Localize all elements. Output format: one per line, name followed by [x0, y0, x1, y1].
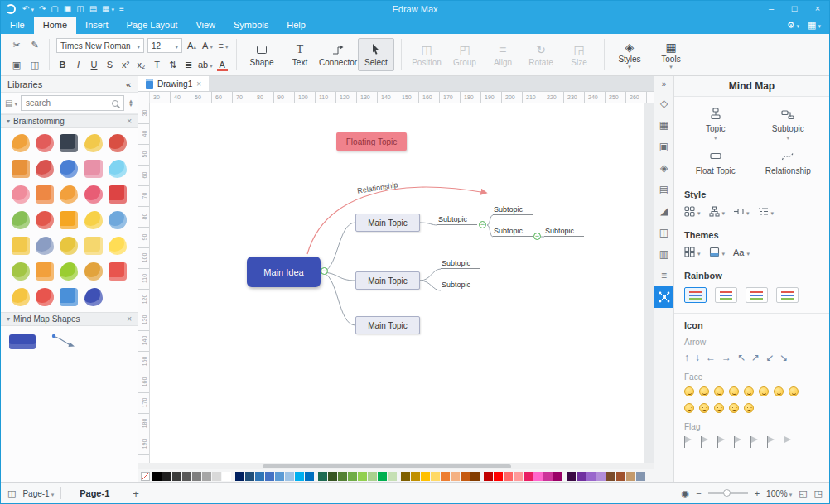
- search-icon[interactable]: [112, 100, 118, 107]
- subscript-button[interactable]: x₂: [135, 58, 147, 71]
- scrollbar-thumb[interactable]: [263, 464, 511, 468]
- main-idea-shape[interactable]: [9, 334, 36, 349]
- redo-icon[interactable]: ↷: [39, 4, 46, 13]
- arrow-icon[interactable]: ↑: [684, 352, 689, 363]
- add-page-button[interactable]: +: [128, 487, 144, 500]
- library-shape[interactable]: [12, 288, 30, 306]
- section-header-brainstorming[interactable]: ▾ Brainstorming ×: [1, 114, 138, 128]
- apps-grid-icon[interactable]: ▦: [808, 20, 821, 31]
- color-swatch[interactable]: [401, 472, 410, 481]
- layout-style-button[interactable]: [684, 206, 701, 217]
- kissing-face-icon[interactable]: [744, 403, 754, 413]
- color-swatch[interactable]: [567, 472, 576, 481]
- main-topic-node[interactable]: Main Topic: [355, 214, 420, 232]
- print-icon[interactable]: ▤: [89, 4, 97, 13]
- color-swatch[interactable]: [494, 472, 503, 481]
- library-shape[interactable]: [12, 211, 30, 229]
- symbol-library-panel-icon[interactable]: ▦: [654, 114, 674, 136]
- styles-button[interactable]: ◈ Styles ▾: [611, 38, 648, 71]
- format-painter-icon[interactable]: ✎: [27, 38, 42, 51]
- color-swatch[interactable]: [524, 472, 533, 481]
- arrow-icon[interactable]: ←: [706, 352, 716, 363]
- library-shape[interactable]: [109, 237, 127, 255]
- zoom-slider[interactable]: [708, 492, 748, 494]
- color-swatch[interactable]: [152, 472, 162, 481]
- color-swatch[interactable]: [285, 472, 294, 481]
- collapse-panel-icon[interactable]: «: [126, 79, 131, 89]
- page-tab[interactable]: Page-1: [68, 488, 121, 498]
- color-swatch[interactable]: [616, 472, 625, 481]
- color-swatch[interactable]: [421, 472, 430, 481]
- collapse-branch-handle[interactable]: −: [533, 233, 541, 240]
- numbering-style-button[interactable]: [758, 206, 775, 217]
- color-swatch[interactable]: [212, 472, 221, 481]
- color-swatch[interactable]: [275, 472, 284, 481]
- expand-panel-icon[interactable]: »: [662, 76, 667, 93]
- hamburger-menu-icon[interactable]: ≡: [119, 4, 124, 13]
- copy-icon[interactable]: ◫: [27, 58, 42, 71]
- line-spacing-button[interactable]: ⇅: [166, 58, 179, 71]
- new-document-icon[interactable]: ▢: [51, 4, 58, 13]
- color-swatch[interactable]: [202, 472, 211, 481]
- outline-panel-icon[interactable]: ≡: [654, 265, 674, 286]
- menu-item[interactable]: Page Layout: [118, 17, 187, 34]
- color-swatch[interactable]: [235, 472, 244, 481]
- color-swatch[interactable]: [461, 472, 470, 481]
- library-shape[interactable]: [60, 288, 78, 306]
- layers-panel-icon[interactable]: ◈: [654, 157, 674, 179]
- insert-subtopic-button[interactable]: Subtopic ▾: [752, 103, 825, 146]
- main-topic-node[interactable]: Main Topic: [355, 271, 420, 290]
- happy-face-icon[interactable]: [759, 386, 769, 396]
- rainbow-option[interactable]: [684, 287, 707, 303]
- flag-icon[interactable]: [684, 436, 692, 448]
- library-shape[interactable]: [60, 160, 78, 178]
- library-shape[interactable]: [60, 211, 78, 229]
- drawing-page[interactable]: Floating Topic Main Idea Main Topic Main…: [150, 103, 654, 463]
- text-style-button[interactable]: Ŧ: [151, 58, 163, 71]
- shape-tool-button[interactable]: Shape: [244, 38, 280, 71]
- color-swatch[interactable]: [577, 472, 586, 481]
- color-swatch[interactable]: [543, 472, 553, 481]
- color-swatch[interactable]: [368, 472, 377, 481]
- library-shape[interactable]: [36, 185, 54, 204]
- collapse-branch-handle[interactable]: −: [321, 267, 328, 275]
- menu-item[interactable]: Symbols: [224, 17, 277, 34]
- library-shape[interactable]: [36, 237, 54, 255]
- library-menu-icon[interactable]: ▤: [5, 98, 17, 108]
- pages-panel-icon[interactable]: ◫: [7, 488, 16, 499]
- library-shape[interactable]: [36, 288, 54, 306]
- color-swatch[interactable]: [172, 472, 181, 481]
- grinning-face-icon[interactable]: [744, 386, 754, 396]
- theme-icon[interactable]: ▦: [102, 4, 114, 13]
- horizontal-scrollbar[interactable]: [138, 463, 654, 469]
- color-swatch[interactable]: [626, 472, 635, 481]
- fullscreen-icon[interactable]: ◳: [814, 488, 823, 499]
- color-swatch[interactable]: [318, 472, 327, 481]
- save-icon[interactable]: ◫: [76, 4, 84, 13]
- subtopic-node[interactable]: Subtopic: [437, 215, 477, 225]
- italic-button[interactable]: I: [72, 58, 84, 71]
- color-swatch[interactable]: [162, 472, 171, 481]
- laughing-face-icon[interactable]: [684, 386, 694, 396]
- library-shape[interactable]: [60, 262, 78, 281]
- insert-topic-button[interactable]: Topic ▾: [679, 103, 752, 146]
- library-shape[interactable]: [12, 160, 30, 178]
- character-spacing-button[interactable]: ab: [198, 58, 213, 71]
- page-setup-panel-icon[interactable]: ▤: [654, 179, 674, 200]
- library-shape[interactable]: [12, 237, 30, 255]
- font-color-button[interactable]: A: [216, 58, 229, 71]
- color-swatch[interactable]: [470, 472, 480, 481]
- color-swatch[interactable]: [255, 472, 264, 481]
- theme-gallery-button[interactable]: [684, 247, 701, 257]
- page-selector[interactable]: Page-1: [22, 489, 54, 498]
- angry-face-icon[interactable]: [789, 386, 799, 396]
- color-swatch[interactable]: [192, 472, 201, 481]
- smiling-face-icon[interactable]: [699, 386, 709, 396]
- flag-icon[interactable]: [784, 436, 792, 448]
- flag-icon[interactable]: [734, 436, 742, 448]
- color-swatch[interactable]: [305, 472, 314, 481]
- branch-style-button[interactable]: [733, 206, 750, 217]
- library-shape[interactable]: [84, 262, 103, 281]
- library-shape[interactable]: [84, 288, 103, 306]
- library-shape[interactable]: [109, 262, 127, 281]
